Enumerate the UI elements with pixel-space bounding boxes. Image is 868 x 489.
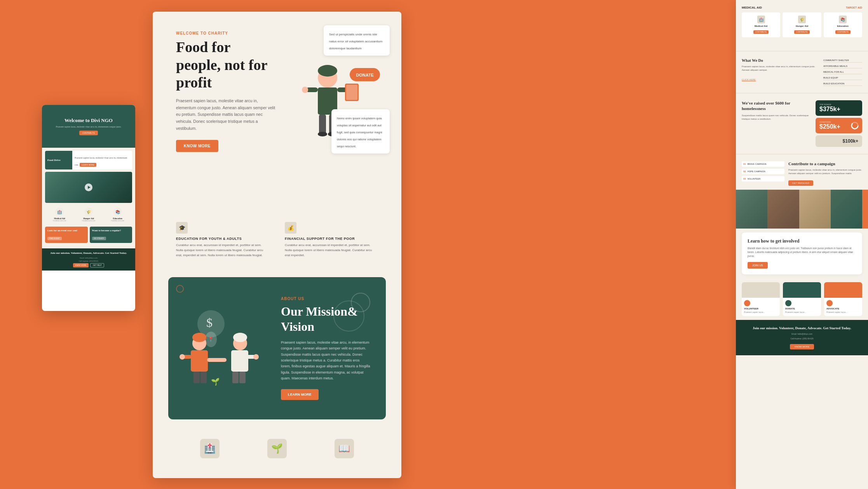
team-card-3: ADVOCATE Praesent sapien lacus... <box>824 282 862 316</box>
event-cards-row: Look for an event near you! FIND EVENT W… <box>45 227 132 243</box>
target-aid-label: TARGET AID <box>846 6 862 9</box>
campaign-name-3: VOLUNTEER <box>748 178 761 180</box>
video-section[interactable] <box>45 172 132 203</box>
education-desc: Curabitur arcu erat <box>111 220 124 222</box>
left-footer-phone: Call Anytime: (255) 09-625 <box>45 260 132 262</box>
svg-point-1 <box>318 65 337 77</box>
mission-section: ABOUT US Our Mission& Vision Praesent sa… <box>168 277 386 419</box>
campaign-num-3: 03 <box>743 178 746 180</box>
raised-title: We've raised over $600 for homelessness <box>742 100 812 112</box>
info-bubble: Nemo enim ipsam voluptatem quia voluptas… <box>331 109 390 154</box>
speech-text: Sed ut perspiciatis unde omnis iste natu… <box>329 33 382 50</box>
left-know-more-button[interactable]: KNOW MORE <box>73 263 89 267</box>
team-name-1: VOLUNTEER <box>744 307 777 310</box>
svg-rect-19 <box>191 350 208 372</box>
medical-bottom-icon: 🏥 <box>200 439 220 458</box>
what-we-do-desc: Praesent sapien lacus, molestie vitae ar… <box>742 65 819 72</box>
svg-rect-31 <box>239 372 246 383</box>
hunger-contribute-btn[interactable]: CONTRIBUTE <box>794 30 809 34</box>
food-drive-card: Food Drive Praesent sapien lacus, molest… <box>45 151 132 169</box>
team-section: VOLUNTEER Praesent sapien lacus... DONAT… <box>736 278 868 320</box>
contribute-button[interactable]: CONTRIBUTE <box>79 131 98 135</box>
wwd-item-4: BUILD EQUIP <box>823 76 862 80</box>
what-we-do-link[interactable]: CLICK HERE <box>742 79 756 81</box>
gallery-photo-1 <box>736 190 767 229</box>
team-card-1: VOLUNTEER Praesent sapien lacus... <box>742 282 780 316</box>
medical-service-icon: 🏥 <box>757 16 765 23</box>
medical-contribute-btn[interactable]: CONTRIBUTE <box>753 30 769 34</box>
left-panel: Welcome to Divi NGO Praesent sapien lacu… <box>42 105 135 311</box>
info-text: Nemo enim ipsam voluptatem quia voluptas… <box>337 117 382 148</box>
plant-bottom-icon: 🌱 <box>267 439 287 458</box>
food-drive-label: Food Drive <box>47 159 70 162</box>
right-footer-phone: Call Anytime: (255) 09-625 <box>742 337 862 340</box>
medical-aid-icon: 🏥 <box>55 208 64 216</box>
right-footer-title: Join our mission. Volunteer, Donate, Adv… <box>742 326 862 331</box>
top-donor-amount: $375k+ <box>819 106 858 113</box>
bottom-icons-row: 🏥 🌱 📖 <box>153 427 401 470</box>
svg-point-9 <box>318 132 327 136</box>
donut-chart <box>851 121 859 130</box>
right-know-more-button[interactable]: KNOW MORE <box>790 344 814 349</box>
team-avatar-3 <box>826 300 833 306</box>
medical-aid-icon-item: 🏥 Medical Aid Curabitur arcu erat <box>48 208 71 222</box>
bottom-icon-1: 🏥 <box>200 439 220 458</box>
feature-financial: 💰 FINANCIAL SUPPORT FOR THE POOR Curabit… <box>285 222 378 258</box>
play-icon <box>88 186 91 189</box>
svg-point-5 <box>302 87 308 93</box>
left-get-help-button[interactable]: GET HELP <box>90 263 104 267</box>
svg-point-24 <box>233 333 247 342</box>
team-avatar-2 <box>785 300 791 306</box>
get-involved-button[interactable]: GET INVOLVED <box>788 180 813 186</box>
hero-illustration: Sed ut perspiciatis unde omnis iste natu… <box>281 23 390 132</box>
education-icon: 📚 <box>113 208 122 216</box>
event-card-title-1: Look for an event near you! <box>47 229 85 232</box>
learn-more-button[interactable]: LEARN MORE <box>281 389 319 400</box>
svg-point-21 <box>180 354 185 360</box>
svg-text:🌱: 🌱 <box>211 377 220 386</box>
svg-rect-28 <box>193 372 200 383</box>
team-desc-3: Praesent sapien lacus... <box>826 311 860 314</box>
deco-circle-1 <box>176 285 184 293</box>
book-bottom-icon: 📖 <box>335 439 354 458</box>
raised-card-third: $100k+ <box>816 135 862 147</box>
campaign-num-2: 02 <box>743 170 746 173</box>
bottom-icon-2: 🌱 <box>267 439 287 458</box>
contribute-section: 01 BRAVE CAMPAIGN 02 HOPE CAMPAIGN 03 VO… <box>736 157 868 190</box>
svg-rect-25 <box>231 350 248 372</box>
play-button[interactable] <box>85 183 92 191</box>
education-service-title: Education <box>826 25 860 27</box>
wwd-item-3: MEDICAL FOR ALL <box>823 70 862 74</box>
find-event-button[interactable]: FIND EVENT <box>47 237 62 240</box>
svg-rect-12 <box>346 85 357 100</box>
campaign-num-1: 01 <box>743 163 746 165</box>
contribute-title: Contribute to a campaign <box>788 161 862 166</box>
right-footer: Join our mission. Volunteer, Donate, Adv… <box>736 320 868 355</box>
svg-text:📍: 📍 <box>208 336 214 342</box>
gallery-photo-3 <box>799 190 831 229</box>
hunger-service-title: Hunger Aid <box>785 25 819 27</box>
svg-rect-30 <box>232 372 239 383</box>
food-drive-left: Food Drive <box>45 151 72 169</box>
learn-title: Learn how to get involved <box>748 238 856 244</box>
svg-point-18 <box>192 333 206 342</box>
financial-feature-title: FINANCIAL SUPPORT FOR THE POOR <box>285 237 378 241</box>
svg-rect-29 <box>200 372 207 383</box>
about-label: ABOUT US <box>281 297 370 301</box>
svg-rect-22 <box>207 358 227 362</box>
join-us-button[interactable]: JOIN US <box>748 262 768 269</box>
team-desc-2: Praesent sapien lacus... <box>785 311 819 314</box>
education-feature-icon: 🎓 <box>176 222 188 234</box>
feature-education: 🎓 EDUCATION FOR YOUTH & ADULTS Curabitur… <box>176 222 269 258</box>
wwd-item-2: AFFORDABLE MEALS <box>823 64 862 68</box>
medical-service-title: Medical Aid <box>744 25 778 27</box>
go-steady-button[interactable]: GO STEADY <box>92 237 106 240</box>
campaign-name-1: BRAVE CAMPAIGN <box>748 163 767 165</box>
hunger-aid-icon: 🌾 <box>84 208 93 216</box>
food-drive-button[interactable]: LEARN MORE <box>80 163 96 167</box>
event-card-orange: Look for an event near you! FIND EVENT <box>45 227 88 243</box>
mission-title: Our Mission& Vision <box>281 304 366 334</box>
know-more-button[interactable]: KNOW MORE <box>176 140 218 152</box>
gallery-photo-4 <box>831 190 862 229</box>
education-contribute-btn[interactable]: CONTRIBUTE <box>835 30 851 34</box>
